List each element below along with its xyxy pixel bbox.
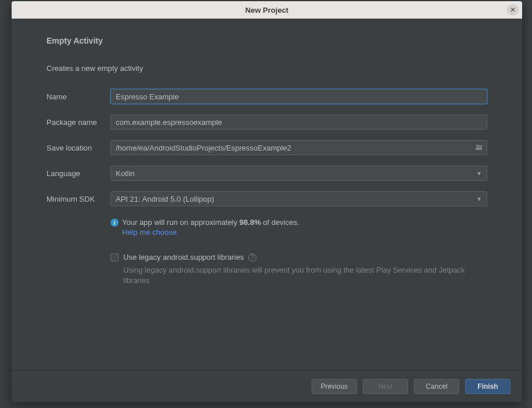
legacy-libraries-note: Using legacy android.support libraries w… (123, 265, 487, 286)
dialog-button-row: Previous Next Cancel Finish (12, 370, 522, 402)
finish-button[interactable]: Finish (465, 379, 510, 394)
save-location-row: Save location (47, 140, 487, 155)
help-icon[interactable]: ? (248, 253, 256, 262)
name-label: Name (47, 92, 110, 101)
new-project-dialog: New Project ✕ Empty Activity Creates a n… (12, 1, 522, 402)
minimum-sdk-select[interactable]: API 21: Android 5.0 (Lollipop) ▼ (110, 191, 487, 206)
device-coverage-text: Your app will run on approximately 98.8%… (122, 218, 299, 227)
chevron-down-icon: ▼ (476, 170, 482, 177)
help-me-choose-link[interactable]: Help me choose (122, 228, 177, 237)
dialog-title: New Project (245, 6, 288, 15)
language-label: Language (47, 169, 110, 178)
package-name-row: Package name (47, 114, 487, 130)
close-icon: ✕ (510, 6, 516, 14)
cancel-button[interactable]: Cancel (414, 379, 459, 394)
device-coverage-info: i Your app will run on approximately 98.… (110, 218, 487, 237)
close-button[interactable]: ✕ (507, 4, 519, 16)
language-row: Language Kotlin ▼ (47, 166, 487, 181)
info-icon: i (110, 219, 119, 227)
language-select-value: Kotlin (116, 169, 135, 178)
project-template-description: Creates a new empty activity (47, 64, 487, 73)
name-row: Name (47, 89, 487, 104)
legacy-libraries-label: Use legacy android.support libraries (123, 253, 244, 262)
package-name-label: Package name (47, 118, 110, 127)
name-input[interactable] (110, 89, 487, 104)
previous-button[interactable]: Previous (312, 379, 357, 394)
next-button: Next (363, 379, 408, 394)
project-template-heading: Empty Activity (47, 36, 487, 45)
package-name-input[interactable] (110, 114, 487, 130)
chevron-down-icon: ▼ (476, 196, 482, 202)
minimum-sdk-row: Minimum SDK API 21: Android 5.0 (Lollipo… (47, 191, 487, 206)
save-location-label: Save location (47, 144, 110, 152)
language-select[interactable]: Kotlin ▼ (110, 166, 487, 181)
save-location-input[interactable] (110, 140, 487, 155)
dialog-titlebar: New Project ✕ (12, 1, 522, 19)
dialog-content: Empty Activity Creates a new empty activ… (12, 19, 522, 402)
minimum-sdk-select-value: API 21: Android 5.0 (Lollipop) (116, 195, 214, 203)
legacy-libraries-checkbox[interactable] (110, 253, 119, 262)
minimum-sdk-label: Minimum SDK (47, 195, 110, 203)
legacy-libraries-block: Use legacy android.support libraries ? U… (110, 253, 487, 286)
